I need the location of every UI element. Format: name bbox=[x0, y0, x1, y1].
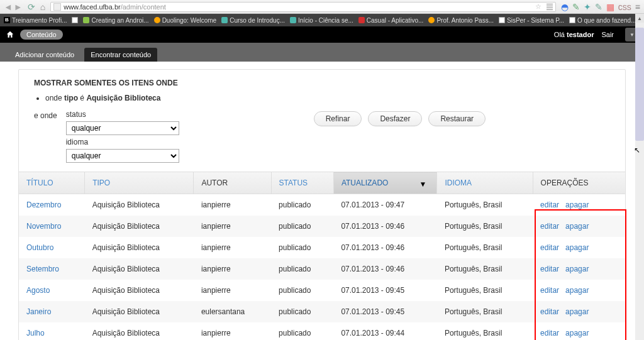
reset-button[interactable]: Restaurar bbox=[428, 111, 486, 126]
logout-link[interactable]: Sair bbox=[601, 31, 614, 38]
content-pill[interactable]: Conteúdo bbox=[20, 30, 63, 40]
col-status[interactable]: STATUS bbox=[271, 172, 333, 194]
language-select[interactable]: qualquer bbox=[66, 149, 179, 163]
bookmark-item[interactable]: O que ando fazend... bbox=[569, 17, 636, 24]
cell-operations: editarapagar bbox=[533, 280, 625, 301]
delete-link[interactable]: apagar bbox=[565, 329, 589, 337]
forward-button[interactable]: ► bbox=[14, 2, 23, 12]
extension-icons: ◓ ✎ ✦ ✎ ▦ css ≡ bbox=[561, 2, 640, 12]
nav-arrows: ◄ ► bbox=[4, 2, 23, 12]
cell-title: Julho bbox=[19, 322, 85, 340]
scrollbar[interactable]: ▲ bbox=[635, 14, 644, 340]
home-icon[interactable] bbox=[5, 30, 15, 40]
cell-language: Português, Brasil bbox=[437, 194, 533, 216]
bookmark-item[interactable]: Casual - Aplicativo... bbox=[358, 17, 424, 24]
block-icon[interactable]: ▦ bbox=[606, 2, 614, 12]
cell-operations: editarapagar bbox=[533, 237, 625, 258]
cell-author: ianpierre bbox=[194, 322, 271, 340]
title-link[interactable]: Janeiro bbox=[26, 307, 51, 316]
col-updated[interactable]: ATUALIZADO▼ bbox=[333, 172, 437, 194]
bookmark-item[interactable]: BTreinamento Profi... bbox=[4, 17, 67, 24]
delete-link[interactable]: apagar bbox=[565, 200, 589, 209]
col-type[interactable]: TIPO bbox=[85, 172, 194, 194]
edit-link[interactable]: editar bbox=[540, 243, 559, 252]
url-menu-icon[interactable] bbox=[547, 4, 553, 10]
bookmark-item[interactable]: Início - Ciência se... bbox=[290, 17, 353, 24]
cell-updated: 07.01.2013 - 09:46 bbox=[333, 258, 437, 280]
edit-link[interactable]: editar bbox=[540, 286, 559, 295]
cell-operations: editarapagar bbox=[533, 216, 625, 237]
wand-icon[interactable]: ✦ bbox=[584, 2, 591, 12]
cell-title: Agosto bbox=[19, 280, 85, 301]
filter-active-item: onde tipo é Aquisição Biblioteca bbox=[45, 94, 610, 102]
cell-status: publicado bbox=[271, 216, 333, 237]
filter-and-where-label: e onde bbox=[34, 110, 57, 120]
cell-language: Português, Brasil bbox=[437, 280, 533, 301]
title-link[interactable]: Outubro bbox=[26, 243, 53, 252]
bookmark-item[interactable]: Duolingo: Welcome bbox=[154, 17, 217, 24]
home-button[interactable]: ⌂ bbox=[40, 2, 45, 12]
edit-link[interactable]: editar bbox=[540, 307, 559, 316]
scroll-thumb[interactable] bbox=[635, 28, 644, 141]
cell-updated: 07.01.2013 - 09:44 bbox=[333, 322, 437, 340]
delete-link[interactable]: apagar bbox=[565, 243, 589, 252]
back-button[interactable]: ◄ bbox=[4, 2, 13, 12]
title-link[interactable]: Novembro bbox=[26, 222, 61, 231]
title-link[interactable]: Agosto bbox=[26, 286, 50, 295]
tab-add-content[interactable]: Adicionar conteúdo bbox=[9, 48, 80, 62]
cell-author: ianpierre bbox=[194, 216, 271, 237]
col-language[interactable]: IDIOMA bbox=[437, 172, 533, 194]
cell-status: publicado bbox=[271, 194, 333, 216]
menu-button[interactable]: ≡ bbox=[635, 2, 640, 12]
browser-toolbar: ◄ ► ⟳ ⌂ www.faced.ufba.br /admin/content… bbox=[0, 0, 644, 14]
bookmark-item[interactable]: Prof. Antonio Pass... bbox=[428, 17, 494, 24]
pencil-icon[interactable]: ✎ bbox=[572, 2, 580, 12]
col-title[interactable]: TÍTULO bbox=[19, 172, 85, 194]
css-icon[interactable]: css bbox=[618, 2, 631, 12]
cell-type: Aquisição Biblioteca bbox=[85, 322, 194, 340]
delete-link[interactable]: apagar bbox=[565, 307, 589, 316]
globe-icon[interactable]: ◓ bbox=[561, 2, 569, 12]
bookmarks-bar: BTreinamento Profi... Creating an Androi… bbox=[0, 14, 644, 26]
filter-buttons: Refinar Desfazer Restaurar bbox=[314, 111, 486, 126]
bookmark-item[interactable]: Creating an Androi... bbox=[83, 17, 148, 24]
tab-find-content[interactable]: Encontrar conteúdo bbox=[84, 48, 157, 62]
status-select[interactable]: qualquer bbox=[66, 121, 179, 135]
delete-link[interactable]: apagar bbox=[565, 265, 589, 273]
delete-link[interactable]: apagar bbox=[565, 222, 589, 231]
bookmark-item[interactable]: Curso de Introduç... bbox=[221, 17, 285, 24]
cell-operations: editarapagar bbox=[533, 322, 625, 340]
title-link[interactable]: Dezembro bbox=[26, 200, 61, 209]
title-link[interactable]: Setembro bbox=[26, 265, 59, 273]
refine-button[interactable]: Refinar bbox=[314, 111, 362, 126]
content-inner: MOSTRAR SOMENTES OS ITENS ONDE onde tipo… bbox=[19, 70, 625, 172]
url-host: www.faced.ufba.br bbox=[64, 3, 121, 11]
undo-button[interactable]: Desfazer bbox=[368, 111, 422, 126]
cell-type: Aquisição Biblioteca bbox=[85, 301, 194, 322]
edit-icon[interactable]: ✎ bbox=[595, 2, 602, 12]
edit-link[interactable]: editar bbox=[540, 222, 559, 231]
delete-link[interactable]: apagar bbox=[565, 286, 589, 295]
reload-button[interactable]: ⟳ bbox=[28, 2, 35, 12]
edit-link[interactable]: editar bbox=[540, 329, 559, 337]
table-row: JaneiroAquisição Bibliotecaeulersantanap… bbox=[19, 301, 625, 322]
bookmark-item[interactable]: SisPer - Sistema P... bbox=[499, 17, 564, 24]
bookmark-item[interactable] bbox=[72, 17, 78, 23]
bookmark-icon bbox=[154, 17, 160, 23]
cell-title: Janeiro bbox=[19, 301, 85, 322]
scroll-up-button[interactable]: ▲ bbox=[635, 14, 644, 23]
cell-language: Português, Brasil bbox=[437, 216, 533, 237]
cell-operations: editarapagar bbox=[533, 194, 625, 216]
cell-author: ianpierre bbox=[194, 258, 271, 280]
cell-author: ianpierre bbox=[194, 280, 271, 301]
table-area: TÍTULO TIPO AUTOR STATUS ATUALIZADO▼ IDI… bbox=[19, 172, 625, 340]
bookmark-star-icon[interactable]: ☆ bbox=[535, 3, 541, 11]
cell-operations: editarapagar bbox=[533, 301, 625, 322]
url-bar[interactable]: www.faced.ufba.br /admin/content ☆ bbox=[50, 2, 556, 12]
cell-language: Português, Brasil bbox=[437, 322, 533, 340]
table-row: SetembroAquisição Bibliotecaianpierrepub… bbox=[19, 258, 625, 280]
edit-link[interactable]: editar bbox=[540, 200, 559, 209]
title-link[interactable]: Julho bbox=[26, 329, 45, 337]
url-path: /admin/content bbox=[121, 3, 166, 11]
edit-link[interactable]: editar bbox=[540, 265, 559, 273]
